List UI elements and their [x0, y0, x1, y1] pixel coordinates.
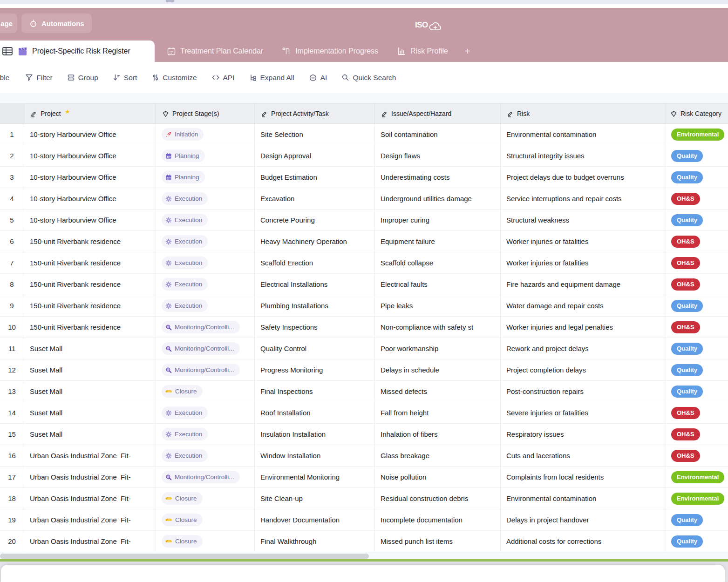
cell-risk[interactable]: Delays in project handover: [501, 509, 666, 530]
row-number[interactable]: 8: [0, 274, 24, 295]
row-number[interactable]: 13: [0, 381, 24, 402]
cell-risk-category[interactable]: Environmental: [666, 124, 728, 145]
cell-project-stage[interactable]: Execution: [156, 402, 255, 423]
column-header-project-stages[interactable]: Project Stage(s): [156, 104, 255, 123]
cell-risk[interactable]: Environmental contamination: [501, 124, 666, 145]
cell-project-stage[interactable]: Planning: [156, 167, 255, 188]
cell-activity-task[interactable]: Plumbing Installations: [255, 295, 375, 316]
row-number[interactable]: 4: [0, 188, 24, 209]
cell-risk[interactable]: Post-construction repairs: [501, 381, 666, 402]
cell-project-stage[interactable]: Execution: [156, 231, 255, 252]
cell-issue-aspect-hazard[interactable]: Underestimating costs: [375, 167, 501, 188]
cell-risk-category[interactable]: OH&S: [666, 424, 728, 445]
horizontal-scrollbar-thumb[interactable]: [0, 554, 369, 559]
row-number[interactable]: 18: [0, 488, 24, 509]
cell-issue-aspect-hazard[interactable]: Underground utilities damage: [375, 188, 501, 209]
cell-risk-category[interactable]: Quality: [666, 359, 728, 380]
row-number[interactable]: 17: [0, 467, 24, 487]
toolbar-ai-button[interactable]: AI: [309, 74, 327, 82]
toolbar-sort-button[interactable]: Sort: [113, 74, 137, 82]
row-number[interactable]: 7: [0, 252, 24, 273]
cell-issue-aspect-hazard[interactable]: Incomplete documentation: [375, 509, 501, 530]
cell-risk[interactable]: Environmental contamination: [501, 488, 666, 509]
cell-risk[interactable]: Additional costs for corrections: [501, 531, 666, 552]
row-number[interactable]: 1: [0, 124, 24, 145]
cell-project-stage[interactable]: Execution: [156, 295, 255, 316]
column-header-risk-category[interactable]: Risk Category: [666, 104, 728, 123]
row-number[interactable]: 3: [0, 167, 24, 188]
cell-project[interactable]: Suset Mall: [24, 381, 156, 402]
cell-risk[interactable]: Rework and project delays: [501, 338, 666, 359]
cell-risk[interactable]: Severe injuries or fatalities: [501, 402, 666, 423]
row-number[interactable]: 19: [0, 509, 24, 530]
toolbar-filter-button[interactable]: Filter: [25, 74, 52, 82]
cell-project-stage[interactable]: Execution: [156, 424, 255, 445]
cell-project[interactable]: Suset Mall: [24, 402, 156, 423]
cell-risk-category[interactable]: Environmental: [666, 467, 728, 487]
cell-activity-task[interactable]: Heavy Machinery Operation: [255, 231, 375, 252]
cell-project-stage[interactable]: Closure: [156, 488, 255, 509]
cell-project-stage[interactable]: Monitoring/Controlli...: [156, 359, 255, 380]
cell-risk-category[interactable]: OH&S: [666, 188, 728, 209]
cell-project-stage[interactable]: Execution: [156, 445, 255, 466]
cell-project-stage[interactable]: Monitoring/Controlli...: [156, 338, 255, 359]
cell-activity-task[interactable]: Handover Documentation: [255, 509, 375, 530]
cell-project[interactable]: Urban Oasis Industrial Zone Fit-: [24, 531, 156, 552]
cell-project-stage[interactable]: Execution: [156, 210, 255, 230]
toolbar-api-button[interactable]: API: [211, 74, 235, 82]
cell-risk-category[interactable]: Quality: [666, 531, 728, 552]
cell-risk-category[interactable]: OH&S: [666, 231, 728, 252]
cell-activity-task[interactable]: Roof Installation: [255, 402, 375, 423]
cell-risk[interactable]: Respiratory issues: [501, 424, 666, 445]
cell-project-stage[interactable]: Closure: [156, 531, 255, 552]
cell-project[interactable]: Urban Oasis Industrial Zone Fit-: [24, 467, 156, 487]
cell-activity-task[interactable]: Site Selection: [255, 124, 375, 145]
tab-implementation-progress[interactable]: Implementation Progress: [272, 41, 388, 62]
cell-issue-aspect-hazard[interactable]: Soil contamination: [375, 124, 501, 145]
cell-risk[interactable]: Structural weakness: [501, 210, 666, 230]
cell-project-stage[interactable]: Monitoring/Controlli...: [156, 467, 255, 487]
cell-project-stage[interactable]: Closure: [156, 381, 255, 402]
cell-project-stage[interactable]: Execution: [156, 274, 255, 295]
cell-project-stage[interactable]: Closure: [156, 509, 255, 530]
cell-activity-task[interactable]: Electrical Installations: [255, 274, 375, 295]
cell-risk[interactable]: Fire hazards and equipment damage: [501, 274, 666, 295]
cell-risk-category[interactable]: Environmental: [666, 488, 728, 509]
cell-risk[interactable]: Worker injuries or fatalities: [501, 231, 666, 252]
cell-activity-task[interactable]: Insulation Installation: [255, 424, 375, 445]
cell-activity-task[interactable]: Window Installation: [255, 445, 375, 466]
cell-project-stage[interactable]: Initiation: [156, 124, 255, 145]
cell-issue-aspect-hazard[interactable]: Design flaws: [375, 145, 501, 166]
cell-risk-category[interactable]: Quality: [666, 509, 728, 530]
cell-risk-category[interactable]: Quality: [666, 381, 728, 402]
cell-risk[interactable]: Water damage and repair costs: [501, 295, 666, 316]
cell-risk-category[interactable]: OH&S: [666, 252, 728, 273]
cell-activity-task[interactable]: Budget Estimation: [255, 167, 375, 188]
cell-activity-task[interactable]: Design Approval: [255, 145, 375, 166]
row-number[interactable]: 9: [0, 295, 24, 316]
cell-project[interactable]: 150-unit Riverbank residence: [24, 317, 156, 338]
toolbar-customize-button[interactable]: Customize: [151, 74, 197, 82]
cell-project-stage[interactable]: Planning: [156, 145, 255, 166]
cell-issue-aspect-hazard[interactable]: Inhalation of fibers: [375, 424, 501, 445]
row-number[interactable]: 5: [0, 210, 24, 230]
cell-issue-aspect-hazard[interactable]: Non-compliance with safety st: [375, 317, 501, 338]
cell-project[interactable]: Suset Mall: [24, 424, 156, 445]
cell-risk[interactable]: Worker injuries and legal penalties: [501, 317, 666, 338]
cell-project-stage[interactable]: Monitoring/Controlli...: [156, 317, 255, 338]
row-number[interactable]: 12: [0, 359, 24, 380]
cell-project[interactable]: Urban Oasis Industrial Zone Fit-: [24, 445, 156, 466]
cell-activity-task[interactable]: Final Walkthrough: [255, 531, 375, 552]
partial-left-button[interactable]: age: [0, 14, 17, 33]
cell-issue-aspect-hazard[interactable]: Residual construction debris: [375, 488, 501, 509]
column-header-issue-aspect-hazard[interactable]: Issue/Aspect/Hazard: [375, 104, 501, 123]
cell-issue-aspect-hazard[interactable]: Glass breakage: [375, 445, 501, 466]
cell-issue-aspect-hazard[interactable]: Electrical faults: [375, 274, 501, 295]
cell-risk[interactable]: Cuts and lacerations: [501, 445, 666, 466]
cell-project[interactable]: 150-unit Riverbank residence: [24, 252, 156, 273]
cell-project-stage[interactable]: Execution: [156, 188, 255, 209]
cell-issue-aspect-hazard[interactable]: Missed defects: [375, 381, 501, 402]
cell-project[interactable]: Urban Oasis Industrial Zone Fit-: [24, 488, 156, 509]
cell-risk[interactable]: Structural integrity issues: [501, 145, 666, 166]
tab-treatment-plan-calendar[interactable]: Treatment Plan Calendar: [157, 41, 272, 62]
